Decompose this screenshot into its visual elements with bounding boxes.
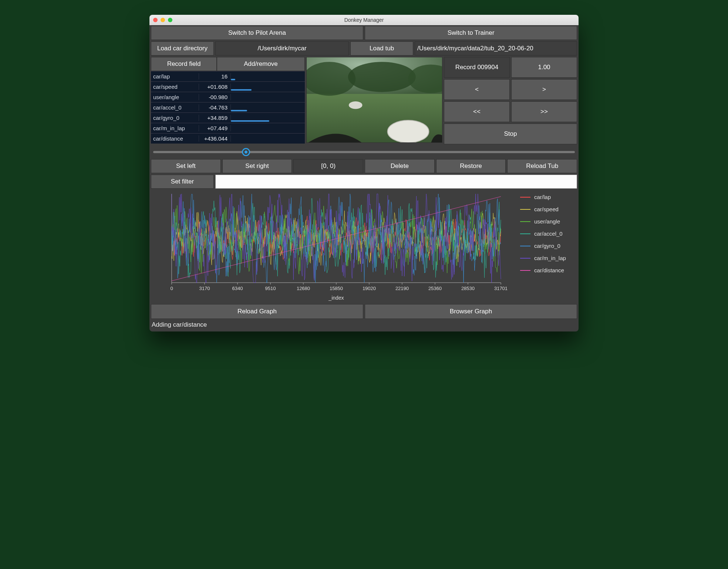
- mid-section: Record field Add/remove car/lap16car/spe…: [149, 56, 579, 145]
- step-back-button[interactable]: <: [444, 79, 510, 100]
- chart-plot: 0317063409510126801585019020221902536028…: [151, 191, 518, 302]
- record-fields-panel: Record field Add/remove car/lap16car/spe…: [151, 57, 305, 144]
- svg-text:9510: 9510: [265, 286, 276, 291]
- set-right-button[interactable]: Set right: [222, 159, 292, 173]
- playback-panel: Record 009904 1.00 < > << >> Stop: [444, 57, 577, 144]
- field-row[interactable]: user/angle-00.980: [151, 92, 305, 102]
- legend-label: car/accel_0: [534, 230, 563, 237]
- field-row[interactable]: car/gyro_0+34.859: [151, 112, 305, 123]
- app-window: Donkey Manager Switch to Pilot Arena Swi…: [149, 15, 579, 331]
- switch-trainer-button[interactable]: Switch to Trainer: [365, 26, 577, 40]
- chart-wrap: 0317063409510126801585019020221902536028…: [149, 189, 579, 303]
- svg-point-5: [349, 101, 363, 109]
- legend-item[interactable]: car/accel_0: [520, 230, 575, 237]
- svg-point-3: [348, 62, 416, 92]
- switch-pilot-button[interactable]: Switch to Pilot Arena: [151, 26, 363, 40]
- legend-label: car/speed: [534, 206, 559, 212]
- legend-item[interactable]: car/distance: [520, 267, 575, 273]
- field-row[interactable]: car/accel_0-04.763: [151, 102, 305, 112]
- top-tabs: Switch to Pilot Arena Switch to Trainer: [149, 25, 579, 41]
- field-name: user/angle: [151, 94, 199, 100]
- record-label: Record 009904: [444, 57, 510, 78]
- scrubber-wrap: [149, 145, 579, 158]
- field-name: car/distance: [151, 135, 199, 142]
- svg-text:6340: 6340: [232, 286, 243, 291]
- legend-swatch: [520, 270, 530, 271]
- set-left-button[interactable]: Set left: [151, 159, 221, 173]
- legend-swatch: [520, 197, 530, 198]
- legend-item[interactable]: car/gyro_0: [520, 243, 575, 249]
- field-row[interactable]: car/m_in_lap+07.449: [151, 123, 305, 133]
- stop-button[interactable]: Stop: [444, 124, 577, 144]
- field-row[interactable]: car/lap16: [151, 71, 305, 81]
- svg-text:19020: 19020: [363, 286, 376, 291]
- add-remove-button[interactable]: Add/remove: [217, 57, 305, 71]
- svg-text:_index: _index: [328, 295, 344, 301]
- legend-label: car/distance: [534, 267, 564, 273]
- legend-swatch: [520, 258, 530, 259]
- delete-button[interactable]: Delete: [365, 159, 435, 173]
- svg-text:12680: 12680: [297, 286, 310, 291]
- field-value: +34.859: [199, 115, 231, 121]
- record-field-header: Record field: [151, 57, 217, 71]
- legend-swatch: [520, 221, 530, 222]
- car-path-label: /Users/dirk/mycar: [215, 41, 349, 55]
- legend-item[interactable]: car/speed: [520, 206, 575, 212]
- browser-graph-button[interactable]: Browser Graph: [365, 304, 577, 319]
- reload-tub-button[interactable]: Reload Tub: [507, 159, 577, 173]
- scrubber[interactable]: [153, 147, 575, 156]
- field-name: car/gyro_0: [151, 115, 199, 121]
- field-value: +01.608: [199, 84, 231, 90]
- field-value: +07.449: [199, 125, 231, 131]
- set-filter-button[interactable]: Set filter: [151, 175, 214, 189]
- camera-view: [306, 57, 442, 143]
- field-name: car/m_in_lap: [151, 125, 199, 131]
- fast-back-button[interactable]: <<: [444, 101, 510, 122]
- svg-text:15850: 15850: [330, 286, 343, 291]
- legend-item[interactable]: user/angle: [520, 218, 575, 225]
- legend-swatch: [520, 246, 530, 246]
- field-row[interactable]: car/speed+01.608: [151, 81, 305, 92]
- svg-text:25360: 25360: [428, 286, 442, 291]
- field-row[interactable]: car/distance+436.044: [151, 133, 305, 144]
- legend-label: car/m_in_lap: [534, 255, 566, 261]
- load-car-button[interactable]: Load car directory: [151, 41, 214, 55]
- range-label: [0, 0): [293, 159, 363, 173]
- legend-swatch: [520, 209, 530, 210]
- field-name: car/speed: [151, 84, 199, 90]
- svg-text:3170: 3170: [199, 286, 210, 291]
- step-fwd-button[interactable]: >: [511, 79, 577, 100]
- field-value: -00.980: [199, 94, 231, 100]
- chart-legend: car/lapcar/speeduser/anglecar/accel_0car…: [518, 191, 577, 302]
- field-value: -04.763: [199, 104, 231, 111]
- load-tub-button[interactable]: Load tub: [350, 41, 413, 55]
- status-bar: Adding car/distance: [149, 320, 579, 331]
- edit-actions: Set left Set right [0, 0) Delete Restore…: [149, 158, 579, 174]
- legend-swatch: [520, 233, 530, 234]
- legend-label: car/gyro_0: [534, 243, 560, 249]
- scrubber-thumb[interactable]: [242, 148, 250, 156]
- legend-item[interactable]: car/lap: [520, 194, 575, 200]
- window-title: Donkey Manager: [149, 17, 579, 23]
- tub-path-label: /Users/dirk/mycar/data2/tub_20_20-06-20: [415, 41, 577, 55]
- filter-row: Set filter: [149, 174, 579, 189]
- record-speed[interactable]: 1.00: [511, 57, 577, 78]
- field-value: 16: [199, 73, 231, 80]
- field-value: +436.044: [199, 135, 231, 142]
- svg-text:28530: 28530: [461, 286, 475, 291]
- legend-label: car/lap: [534, 194, 551, 200]
- bottom-buttons: Reload Graph Browser Graph: [149, 303, 579, 320]
- field-name: car/accel_0: [151, 104, 199, 111]
- reload-graph-button[interactable]: Reload Graph: [151, 304, 363, 319]
- titlebar: Donkey Manager: [149, 15, 579, 25]
- svg-text:31701: 31701: [494, 286, 508, 291]
- svg-text:0: 0: [170, 286, 173, 291]
- scrubber-track: [153, 151, 575, 153]
- field-name: car/lap: [151, 73, 199, 80]
- restore-button[interactable]: Restore: [436, 159, 506, 173]
- legend-item[interactable]: car/m_in_lap: [520, 255, 575, 261]
- chart-box: 0317063409510126801585019020221902536028…: [151, 191, 577, 302]
- filter-input[interactable]: [215, 175, 577, 189]
- legend-label: user/angle: [534, 218, 560, 225]
- fast-fwd-button[interactable]: >>: [511, 101, 577, 122]
